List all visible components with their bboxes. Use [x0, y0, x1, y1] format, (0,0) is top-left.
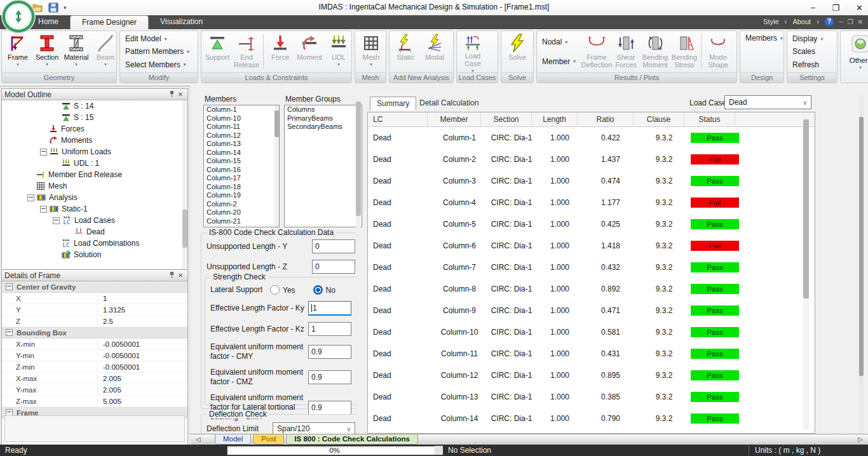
list-item[interactable]: Column-20 [204, 208, 279, 217]
column-header-status[interactable]: Status [684, 112, 735, 126]
members-listbox[interactable]: Column-1Column-10Column-11Column-12Colum… [203, 105, 280, 227]
list-item[interactable]: Column-13 [204, 140, 279, 149]
table-row[interactable]: DeadColumn-3CIRC: Dia-11.0000.4749.3.2Pa… [368, 170, 815, 192]
property-row[interactable]: X1 [2, 293, 187, 304]
button-material[interactable]: Material▾ [62, 32, 91, 72]
scrollbar-thumb[interactable] [182, 210, 187, 248]
tree-item-analysis[interactable]: Analysis [2, 192, 187, 203]
button-end-release[interactable]: End Release [232, 32, 261, 72]
deflection-limit-select[interactable]: Span/120 ∨ [273, 422, 355, 435]
member-groups-listbox[interactable]: ColumnsPrimaryBeamsSecondaryBeams [284, 105, 362, 227]
button-moment[interactable]: Moment [295, 32, 324, 72]
tree-item-dead[interactable]: Dead [2, 226, 187, 238]
tab-visualization[interactable]: Visualization [149, 15, 214, 29]
pin-icon[interactable] [167, 271, 176, 279]
input-unsupported-length-y[interactable]: 0 [312, 239, 355, 253]
scrollbar-thumb[interactable] [356, 102, 361, 216]
table-row[interactable]: DeadColumn-5CIRC: Dia-11.0000.4259.3.2Pa… [368, 213, 815, 235]
menu-members[interactable]: Members▾ [742, 32, 783, 44]
tree-expander-icon[interactable] [27, 194, 34, 201]
button-frame-deflection[interactable]: Frame Deflection [582, 32, 611, 72]
table-scrollbar[interactable] [803, 116, 809, 429]
minimize-button[interactable]: − [811, 3, 816, 13]
list-item[interactable]: PrimaryBeams [285, 114, 362, 123]
property-row[interactable]: X-max2.005 [2, 373, 187, 384]
list-item[interactable]: Column-11 [204, 123, 279, 131]
list-item[interactable]: Column-1 [204, 105, 279, 114]
list-item[interactable]: Column-14 [204, 149, 279, 158]
table-row[interactable]: DeadColumn-11CIRC: Dia-11.0000.4319.3.2P… [368, 343, 815, 365]
tree-item-member-end-release[interactable]: Member End Release [2, 169, 187, 180]
table-row[interactable]: DeadColumn-10CIRC: Dia-11.0000.5819.3.2P… [368, 321, 815, 343]
list-item[interactable]: Columns [285, 105, 362, 114]
table-row[interactable]: DeadColumn-6CIRC: Dia-11.0001.4189.3.2Fa… [368, 235, 815, 257]
list-item[interactable]: Column-16 [204, 166, 279, 175]
tree-item-solution[interactable]: Solution [2, 249, 187, 260]
table-row[interactable]: Pass [368, 429, 815, 434]
table-row[interactable]: DeadColumn-1CIRC: Dia-11.0000.4229.3.2Pa… [368, 127, 815, 149]
button-bending-stress[interactable]: Bending Stress [670, 32, 699, 72]
list-item[interactable]: Column-15 [204, 157, 279, 166]
tree-item-udl-1[interactable]: UDL : 1 [2, 158, 187, 169]
table-row[interactable]: DeadColumn-2CIRC: Dia-11.0001.4379.3.2Fa… [368, 149, 815, 170]
tree-scrollbar[interactable] [182, 100, 187, 269]
list-item[interactable]: Column-21 [204, 217, 279, 226]
list-item[interactable]: Column-2 [204, 200, 279, 209]
button-mesh[interactable]: Mesh▾ [356, 32, 386, 72]
menu-select-members[interactable]: Select Members▾ [121, 59, 193, 70]
close-icon[interactable]: ✕ [176, 91, 185, 98]
close-button[interactable]: ✕ [856, 3, 863, 13]
collapse-icon[interactable] [6, 329, 13, 336]
form-scrollbar[interactable] [356, 89, 361, 434]
property-row[interactable]: Z-min-0.0050001 [2, 361, 187, 373]
close-icon[interactable]: ✕ [176, 272, 185, 279]
tab-detail-calculation[interactable]: Detail Calculation [413, 97, 485, 109]
tree-item-s-15[interactable]: S : 15 [2, 112, 187, 123]
collapse-icon[interactable] [6, 283, 13, 290]
tab-scroll-left-icon[interactable]: ◁ [196, 436, 201, 443]
column-header-length[interactable]: Length [532, 112, 578, 126]
table-row[interactable]: DeadColumn-14CIRC: Dia-11.0000.7909.3.2P… [368, 408, 815, 429]
tree-expander-icon[interactable] [40, 206, 47, 213]
button-modal[interactable]: Modal [420, 32, 449, 72]
help-icon[interactable]: ? [825, 17, 834, 26]
tree-item-mesh[interactable]: Mesh [2, 180, 187, 192]
menu-display[interactable]: Display▾ [789, 33, 827, 44]
table-row[interactable]: DeadColumn-8CIRC: Dia-11.0000.8929.3.2Pa… [368, 278, 815, 300]
scrollbar-thumb[interactable] [859, 117, 864, 376]
tree-item-load-combinations[interactable]: LCLoad Combinations [2, 238, 187, 249]
table-row[interactable]: DeadColumn-13CIRC: Dia-11.0000.3859.3.2P… [368, 386, 815, 408]
list-item[interactable]: Column-19 [204, 191, 279, 200]
input-equivalent-uniform-moment-factor-cmy[interactable]: 0.9 [308, 345, 351, 359]
property-row[interactable]: X-min-0.0050001 [2, 339, 187, 350]
list-item[interactable]: Column-18 [204, 183, 279, 192]
input-equivalent-uniform-moment-factor-for-lateral-tortional-buckling-cmx[interactable]: 0.9 [308, 401, 351, 415]
button-static[interactable]: Static [391, 32, 420, 72]
menu-member[interactable]: Member▾ [538, 56, 580, 67]
scrollbar-thumb[interactable] [275, 111, 279, 137]
tree-expander-icon[interactable] [53, 217, 60, 224]
button-force[interactable]: Force [266, 32, 295, 72]
property-row[interactable]: Y-min-0.0050001 [2, 350, 187, 361]
tab-frame-designer[interactable]: Frame Designer [70, 15, 149, 30]
view-tab-is-800-code-check-calculations[interactable]: IS 800 : Code Check Calculations [286, 434, 418, 445]
column-header-ratio[interactable]: Ratio [578, 112, 634, 126]
button-beam[interactable]: Beam▾ [91, 32, 116, 72]
load-case-select[interactable]: Dead ∨ [724, 95, 811, 109]
list-item[interactable]: Column-17 [204, 174, 279, 183]
input-effective-length-factor-kz[interactable]: 1 [308, 322, 351, 336]
tab-summary[interactable]: Summary [370, 97, 416, 111]
mdi-window-controls[interactable]: ─ ❐ ✕ [839, 18, 864, 25]
property-group-center-of-gravity[interactable]: Center of Gravity [2, 281, 187, 293]
property-row[interactable]: Y-max2.005 [2, 384, 187, 396]
menu-scales[interactable]: Scales [789, 46, 827, 57]
view-tab-post[interactable]: Post [253, 434, 284, 445]
tree-item-s-14[interactable]: S : 14 [2, 100, 187, 112]
list-item[interactable]: Column-12 [204, 131, 279, 140]
pin-icon[interactable] [167, 90, 176, 98]
tree-item-static-1[interactable]: Static-1 [2, 203, 187, 215]
column-header-clause[interactable]: Clause [634, 112, 684, 126]
property-row[interactable]: Y1.3125 [2, 304, 187, 316]
button-support[interactable]: Support [203, 32, 232, 72]
maximize-button[interactable]: ❐ [832, 3, 839, 13]
